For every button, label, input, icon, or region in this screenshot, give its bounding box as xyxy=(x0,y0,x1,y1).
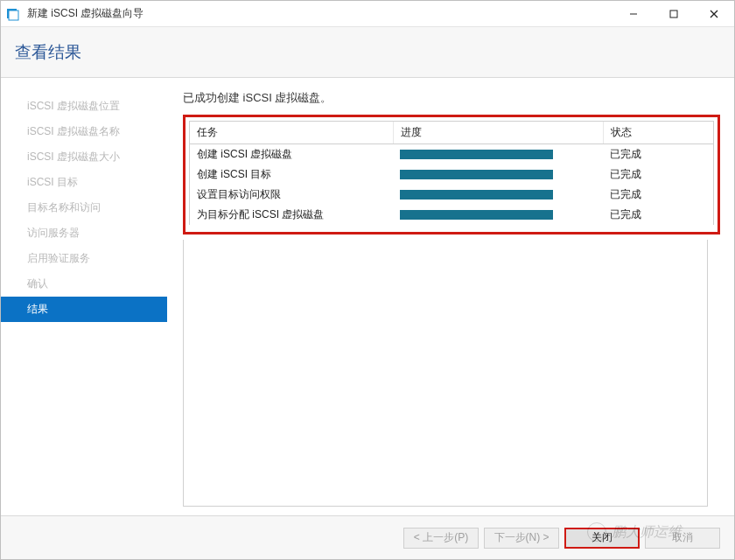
results-table: 任务 进度 状态 创建 iSCSI 虚拟磁盘 已完成 xyxy=(189,121,714,225)
result-message: 已成功创建 iSCSI 虚拟磁盘。 xyxy=(183,90,720,106)
table-row[interactable]: 为目标分配 iSCSI 虚拟磁盘 已完成 xyxy=(190,205,713,225)
wizard-body: iSCSI 虚拟磁盘位置 iSCSI 虚拟磁盘名称 iSCSI 虚拟磁盘大小 i… xyxy=(1,78,734,515)
table-row[interactable]: 创建 iSCSI 目标 已完成 xyxy=(190,164,713,185)
prev-button: < 上一步(P) xyxy=(403,528,479,549)
next-button: 下一步(N) > xyxy=(484,528,559,549)
table-row[interactable]: 设置目标访问权限 已完成 xyxy=(190,185,713,205)
progress-bar xyxy=(400,150,553,159)
step-name: iSCSI 虚拟磁盘名称 xyxy=(1,119,167,144)
status-cell: 已完成 xyxy=(603,185,713,205)
progress-cell xyxy=(393,185,603,205)
wizard-footer: < 上一步(P) 下一步(N) > 关闭 取消 xyxy=(1,515,734,559)
step-access-servers: 访问服务器 xyxy=(1,220,167,246)
minimize-button[interactable] xyxy=(613,1,654,26)
progress-bar xyxy=(400,170,553,179)
step-location: iSCSI 虚拟磁盘位置 xyxy=(1,94,167,119)
progress-cell xyxy=(393,144,603,165)
task-cell: 创建 iSCSI 虚拟磁盘 xyxy=(190,144,393,165)
status-cell: 已完成 xyxy=(603,164,713,185)
step-confirm: 确认 xyxy=(1,271,167,297)
wizard-content: 已成功创建 iSCSI 虚拟磁盘。 任务 进度 状态 xyxy=(167,78,734,515)
svg-rect-3 xyxy=(670,10,677,18)
step-target: iSCSI 目标 xyxy=(1,170,167,195)
title-bar: 新建 iSCSI 虚拟磁盘向导 xyxy=(1,1,734,27)
maximize-button[interactable] xyxy=(654,1,694,26)
step-size: iSCSI 虚拟磁盘大小 xyxy=(1,144,167,170)
svg-rect-1 xyxy=(9,10,18,20)
wizard-window: 新建 iSCSI 虚拟磁盘向导 查看结果 iSCSI 虚拟磁盘位置 iSCSI … xyxy=(0,0,735,560)
status-cell: 已完成 xyxy=(603,144,713,165)
task-cell: 创建 iSCSI 目标 xyxy=(190,164,393,185)
col-status[interactable]: 状态 xyxy=(603,122,713,144)
page-title: 查看结果 xyxy=(15,41,81,64)
task-cell: 设置目标访问权限 xyxy=(190,185,393,205)
progress-bar xyxy=(400,210,553,220)
app-icon xyxy=(6,7,20,21)
results-scroll-area[interactable] xyxy=(183,240,708,507)
step-enable-auth: 启用验证服务 xyxy=(1,246,167,271)
page-header: 查看结果 xyxy=(1,27,734,78)
progress-cell xyxy=(393,205,603,225)
progress-bar xyxy=(400,190,553,200)
close-window-button[interactable] xyxy=(694,1,734,26)
task-cell: 为目标分配 iSCSI 虚拟磁盘 xyxy=(190,205,393,225)
col-task[interactable]: 任务 xyxy=(190,122,393,144)
close-button[interactable]: 关闭 xyxy=(564,528,640,549)
col-progress[interactable]: 进度 xyxy=(393,122,603,144)
window-controls xyxy=(613,1,734,26)
window-title: 新建 iSCSI 虚拟磁盘向导 xyxy=(27,6,613,21)
table-row[interactable]: 创建 iSCSI 虚拟磁盘 已完成 xyxy=(190,144,713,165)
status-cell: 已完成 xyxy=(603,205,713,225)
step-results: 结果 xyxy=(1,297,167,322)
progress-cell xyxy=(393,164,603,185)
results-highlight-box: 任务 进度 状态 创建 iSCSI 虚拟磁盘 已完成 xyxy=(183,115,720,234)
cancel-button: 取消 xyxy=(645,528,720,549)
wizard-steps-sidebar: iSCSI 虚拟磁盘位置 iSCSI 虚拟磁盘名称 iSCSI 虚拟磁盘大小 i… xyxy=(1,78,167,515)
step-target-name-access: 目标名称和访问 xyxy=(1,195,167,220)
